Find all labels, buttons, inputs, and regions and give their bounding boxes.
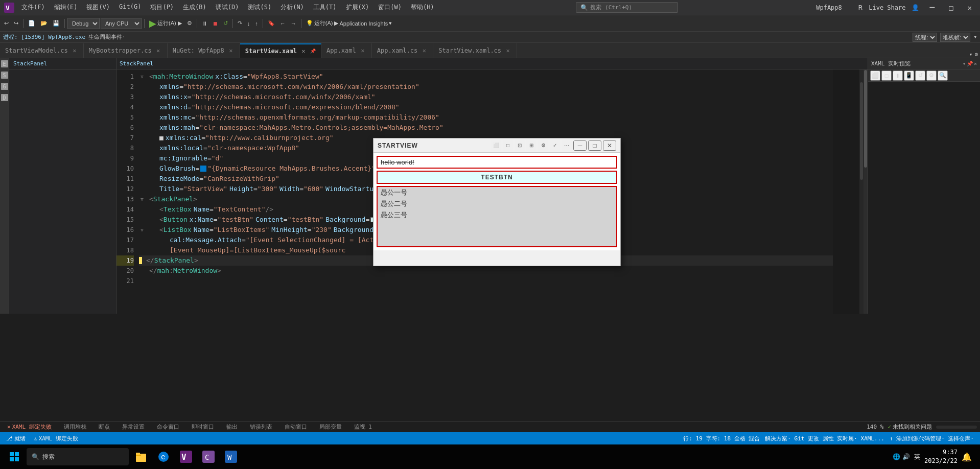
- bottom-tab-command[interactable]: 命令窗口: [153, 421, 183, 433]
- git-icon[interactable]: G: [1, 83, 8, 90]
- error-status[interactable]: ⚠ XAML 绑定失败: [32, 432, 80, 444]
- nav-back-btn[interactable]: ←: [278, 18, 288, 29]
- menu-tools[interactable]: 工具(T): [309, 2, 341, 13]
- menu-file[interactable]: 文件(F): [17, 2, 49, 13]
- pin-icon[interactable]: 📌: [310, 49, 316, 54]
- menu-project[interactable]: 项目(P): [146, 2, 178, 13]
- preview-code-btn[interactable]: □: [881, 71, 892, 81]
- position-status[interactable]: 行: 19 字符: 18 全格 混合: [681, 432, 762, 444]
- bottom-tab-locals[interactable]: 局部变量: [315, 421, 346, 433]
- preview-textbox[interactable]: hello world!: [377, 156, 617, 169]
- account-icon[interactable]: 👤: [912, 4, 919, 11]
- bottom-tab-watch[interactable]: 监视 1: [350, 421, 376, 433]
- tab-close-icon[interactable]: ✕: [155, 47, 162, 54]
- taskbar-edge-browser[interactable]: e: [153, 447, 174, 467]
- thread-dropdown[interactable]: 线程:: [913, 33, 937, 42]
- new-file-btn[interactable]: 📄: [26, 18, 37, 29]
- close-btn[interactable]: ✕: [964, 4, 976, 12]
- nav-forward-btn[interactable]: →: [289, 18, 298, 29]
- preview-device-btn[interactable]: 📱: [904, 71, 914, 81]
- tab-startviewmodel[interactable]: StartViewModel.cs ✕: [0, 43, 84, 58]
- xaml-preview-collapse-btn[interactable]: ▾: [963, 61, 966, 66]
- tab-close-icon[interactable]: ✕: [71, 47, 78, 54]
- preview-setting-btn[interactable]: ⚙: [926, 71, 937, 81]
- open-btn[interactable]: 📂: [38, 18, 50, 29]
- expand-icon[interactable]: ▾: [973, 34, 977, 40]
- maximize-btn[interactable]: □: [945, 4, 957, 12]
- zoom-indicator[interactable]: 140 %: [867, 424, 883, 430]
- bottom-tab-breakpoints[interactable]: 断点: [95, 421, 114, 433]
- step-over-btn[interactable]: ↷: [236, 18, 244, 29]
- bottom-tab-exceptions[interactable]: 异常设置: [118, 421, 149, 433]
- taskbar-language[interactable]: 英: [914, 453, 920, 461]
- no-issues-status[interactable]: ✓ 未找到相关问题: [888, 423, 932, 431]
- debug-config-dropdown[interactable]: Debug: [67, 18, 100, 29]
- frame-dropdown[interactable]: 堆栈帧:: [940, 33, 970, 42]
- menu-view[interactable]: 视图(V): [82, 2, 114, 13]
- menu-build[interactable]: 生成(B): [179, 2, 211, 13]
- preview-minimize-btn[interactable]: ─: [573, 140, 587, 151]
- preview-tool-4[interactable]: ⊞: [526, 140, 536, 151]
- menu-git[interactable]: Git(G): [115, 2, 145, 13]
- solution-status[interactable]: 解决方案· Git 更改 属性 实时属· XAML...: [763, 432, 886, 444]
- taskbar-blue-app[interactable]: W: [221, 447, 241, 467]
- save-btn[interactable]: 💾: [51, 18, 62, 29]
- minimap-thumb[interactable]: [860, 82, 863, 180]
- preview-close-btn[interactable]: ✕: [603, 140, 616, 151]
- live-share-label[interactable]: Live Share: [869, 4, 905, 11]
- preview-tool-7[interactable]: ⋯: [562, 140, 572, 151]
- tab-startview-xaml-cs[interactable]: StartView.xaml.cs ✕: [433, 43, 517, 58]
- step-out-btn[interactable]: ↑: [253, 18, 260, 29]
- debug-icon[interactable]: D: [1, 94, 8, 101]
- tab-close-icon[interactable]: ✕: [300, 48, 307, 55]
- taskbar-search[interactable]: 🔍 搜索: [27, 448, 129, 465]
- tab-close-icon[interactable]: ✕: [359, 47, 366, 54]
- xaml-preview-pin-btn[interactable]: 📌: [967, 61, 973, 66]
- menu-extensions[interactable]: 扩展(X): [342, 2, 374, 13]
- preview-refresh-btn[interactable]: ↺: [915, 71, 925, 81]
- tab-app-xaml-cs[interactable]: App.xaml.cs ✕: [372, 43, 433, 58]
- taskbar-file-explorer[interactable]: [131, 447, 151, 467]
- notification-icon[interactable]: 🔔: [962, 452, 972, 462]
- minimize-btn[interactable]: ─: [925, 3, 939, 12]
- explorer-icon[interactable]: E: [1, 60, 8, 67]
- step-into-btn[interactable]: ↓: [245, 18, 252, 29]
- collapse-1[interactable]: ▽: [139, 72, 145, 82]
- preview-tool-3[interactable]: ⊡: [515, 140, 525, 151]
- bottom-tab-errorlist[interactable]: 错误列表: [246, 421, 276, 433]
- cpu-target-dropdown[interactable]: Any CPU: [101, 18, 142, 29]
- start-button[interactable]: [4, 447, 25, 467]
- preview-maximize-btn[interactable]: □: [588, 140, 601, 151]
- preview-design-btn[interactable]: ⬜: [870, 71, 880, 81]
- list-item-2[interactable]: 愚公二号: [378, 198, 616, 209]
- editor-scrollbar-v[interactable]: [864, 69, 868, 314]
- bookmarks-btn[interactable]: 🔖: [266, 18, 277, 29]
- menu-help[interactable]: 帮助(H): [407, 2, 438, 13]
- preview-tool-1[interactable]: ⬜: [491, 140, 501, 151]
- git-branch-status[interactable]: ⎇ 就绪: [4, 432, 28, 444]
- attach-btn[interactable]: ⚙: [185, 18, 194, 29]
- taskbar-purple-app[interactable]: C: [198, 447, 219, 467]
- menu-debug[interactable]: 调试(D): [212, 2, 243, 13]
- list-item-3[interactable]: 愚公三号: [378, 209, 616, 221]
- menu-analyze[interactable]: 分析(N): [276, 2, 308, 13]
- pause-btn[interactable]: ⏸: [200, 18, 209, 29]
- preview-split-btn[interactable]: ⏸: [893, 71, 903, 81]
- preview-tool-5[interactable]: ⚙: [538, 140, 548, 151]
- preview-tool-6[interactable]: ✓: [550, 140, 560, 151]
- bottom-tab-immediate[interactable]: 即时窗口: [188, 421, 218, 433]
- undo-btn[interactable]: ↩: [2, 18, 11, 29]
- bottom-tab-callstack[interactable]: 调用堆栈: [60, 421, 90, 433]
- bottom-tab-auto[interactable]: 自动窗口: [281, 421, 311, 433]
- editor-scrollbar-thumb[interactable]: [864, 70, 867, 168]
- app-insights-btn[interactable]: 💡 运行(A) ▶ Application Insights ▾: [304, 18, 394, 29]
- preview-tool-2[interactable]: □: [503, 140, 513, 151]
- bottom-tab-output[interactable]: 输出: [222, 421, 242, 433]
- redo-btn[interactable]: ↪: [12, 18, 20, 29]
- preview-testbtn[interactable]: TESTBTN: [377, 171, 617, 184]
- list-item-1[interactable]: 愚公一号: [378, 187, 616, 198]
- tab-layout-btn[interactable]: ⚙: [974, 51, 978, 58]
- menu-test[interactable]: 测试(S): [244, 2, 275, 13]
- tab-startview-xaml[interactable]: StartView.xaml ✕ 📌: [240, 43, 321, 58]
- run-btn[interactable]: ▶ 运行(A) ▶: [147, 18, 184, 29]
